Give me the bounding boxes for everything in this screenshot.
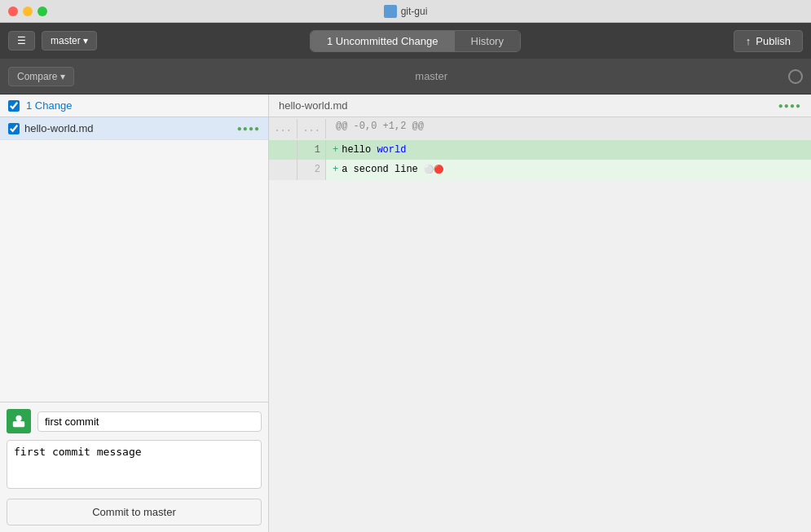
diff-line-num-old-2 <box>269 160 298 180</box>
diff-line-num-old-1 <box>269 140 298 160</box>
minimize-button[interactable] <box>23 7 33 16</box>
tabs: 1 Uncommitted Change History <box>310 30 521 52</box>
diff-meta-text: @@ -0,0 +1,2 @@ <box>326 119 434 138</box>
commit-area: first commit message Commit to master <box>0 402 268 532</box>
diff-line-num-new-2: 2 <box>298 160 326 180</box>
diff-header: hello-world.md ●●●● <box>269 95 811 117</box>
diff-line-content-1: +hello world <box>326 140 811 160</box>
right-panel: hello-world.md ●●●● ... ... @@ -0,0 +1,2… <box>269 95 811 532</box>
secondary-bar: Compare ▾ master <box>0 59 811 95</box>
file-name-label: hello-world.md <box>24 122 232 134</box>
publish-icon: ↑ <box>746 35 751 47</box>
close-button[interactable] <box>8 7 18 16</box>
sidebar-toggle-button[interactable]: ☰ <box>8 31 35 51</box>
commit-title-input[interactable] <box>37 411 262 432</box>
tab-history[interactable]: History <box>455 31 520 51</box>
diff-line-prefix-2: + <box>333 164 338 175</box>
left-panel: 1 Change hello-world.md ●●●● first <box>0 95 269 532</box>
user-icon <box>11 414 26 429</box>
diff-line-content-2: +a second line ⚪🔴 <box>326 160 811 180</box>
svg-point-1 <box>15 415 21 421</box>
tab-uncommitted-changes[interactable]: 1 Uncommitted Change <box>311 31 455 51</box>
traffic-lights <box>8 7 47 16</box>
tabs-container: 1 Uncommitted Change History <box>104 30 727 52</box>
commit-message-input[interactable]: first commit message <box>7 440 262 489</box>
diff-meta-line: ... ... @@ -0,0 +1,2 @@ <box>269 117 811 140</box>
main-content: 1 Change hello-world.md ●●●● first <box>0 95 811 532</box>
maximize-button[interactable] <box>37 7 47 16</box>
window-title: git-gui <box>384 5 428 18</box>
change-count-label: 1 Change <box>26 99 72 112</box>
diff-status-dots: ●●●● <box>778 101 801 110</box>
commit-header-row <box>7 409 262 433</box>
file-checkbox[interactable] <box>8 123 20 134</box>
diff-line: 1 +hello world <box>269 140 811 160</box>
file-status-dots: ●●●● <box>237 124 260 133</box>
branch-button[interactable]: master ▾ <box>42 31 97 51</box>
toolbar: ☰ master ▾ 1 Uncommitted Change History … <box>0 23 811 59</box>
app-icon <box>384 5 397 18</box>
avatar <box>7 409 31 433</box>
current-branch-label: master <box>415 70 447 82</box>
compare-button[interactable]: Compare ▾ <box>8 67 74 86</box>
sidebar-icon: ☰ <box>17 35 26 46</box>
error-indicators: ⚪🔴 <box>424 165 443 174</box>
diff-line-prefix-1: + <box>333 144 338 156</box>
diff-ellipsis-right: ... <box>298 119 326 138</box>
loading-spinner <box>788 69 803 84</box>
commit-to-master-button[interactable]: Commit to master <box>7 499 262 525</box>
diff-filename: hello-world.md <box>279 99 348 112</box>
list-item[interactable]: hello-world.md ●●●● <box>0 117 268 140</box>
select-all-checkbox[interactable] <box>8 100 20 112</box>
title-bar: git-gui <box>0 0 811 23</box>
diff-ellipsis-left: ... <box>269 119 298 138</box>
diff-content: ... ... @@ -0,0 +1,2 @@ 1 +hello world 2… <box>269 117 811 532</box>
chevron-down-icon: ▾ <box>60 71 65 82</box>
changes-header: 1 Change <box>0 95 268 117</box>
publish-button[interactable]: ↑ Publish <box>734 30 803 52</box>
diff-line: 2 +a second line ⚪🔴 <box>269 160 811 180</box>
diff-line-num-new-1: 1 <box>298 140 326 160</box>
file-list: hello-world.md ●●●● <box>0 117 268 402</box>
svg-rect-0 <box>13 421 24 427</box>
